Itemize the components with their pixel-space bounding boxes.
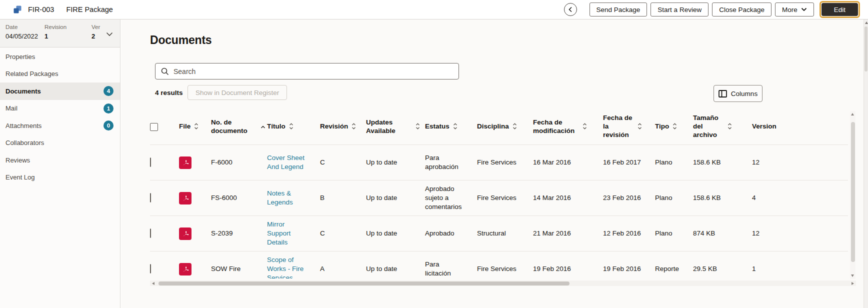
ver-value: 2 [92, 32, 95, 40]
column-header-estatus[interactable]: Estatus [425, 122, 477, 132]
cell-fecha-revision: 19 Feb 2016 [603, 264, 655, 274]
select-all-checkbox[interactable] [150, 123, 158, 131]
cell-fecha-revision: 16 Feb 2017 [603, 158, 655, 167]
column-header-no-de-documento[interactable]: No. de documento [211, 118, 267, 136]
column-header-disciplina[interactable]: Disciplina [477, 122, 533, 132]
table-row: F-6000 Cover Sheet And Legend C Up to da… [150, 145, 848, 180]
cell-no-documento: F-6000 [211, 158, 267, 167]
close-package-button[interactable]: Close Package [712, 2, 772, 16]
pdf-file-icon[interactable] [179, 263, 192, 276]
ver-label: Ver [92, 24, 100, 30]
page-vertical-scrollbar-thumb[interactable] [864, 26, 868, 72]
sort-both-icon [352, 122, 356, 132]
edit-button[interactable]: Edit [822, 3, 858, 16]
columns-icon [718, 90, 727, 98]
cell-no-documento: S-2039 [211, 229, 267, 238]
package-icon [13, 5, 22, 14]
edit-button-focus-ring: Edit [820, 1, 860, 18]
cell-fecha-revision: 12 Feb 2016 [603, 229, 655, 238]
sidebar-item-properties[interactable]: Properties [0, 48, 120, 66]
pdf-file-icon[interactable] [179, 228, 192, 240]
table-row: S-2039 Mirror Support Details C Up to da… [150, 216, 848, 252]
sidebar-item-mail[interactable]: Mail 1 [0, 100, 120, 118]
cell-disciplina: Structural [477, 229, 533, 238]
cell-tamano: 29.5 KB [693, 264, 752, 274]
sidebar-item-documents[interactable]: Documents 4 [0, 82, 120, 100]
revision-value: 1 [44, 32, 48, 40]
cell-estatus: Para licitación [425, 260, 467, 278]
search-input[interactable] [174, 68, 453, 76]
sidebar-item-label: Properties [6, 53, 35, 60]
column-header-fecha-de-modificacion[interactable]: Fecha de modificación [533, 118, 603, 136]
pdf-file-icon[interactable] [179, 156, 192, 169]
table-vertical-scrollbar[interactable] [850, 111, 856, 279]
row-checkbox[interactable] [150, 158, 151, 167]
cell-tipo: Plano [655, 229, 693, 238]
sidebar-item-collaborators[interactable]: Collaborators [0, 134, 120, 152]
cell-revision: A [320, 264, 366, 274]
send-package-button[interactable]: Send Package [590, 2, 648, 16]
column-header-file[interactable]: File [179, 122, 211, 132]
sidebar-item-label: Mail [6, 104, 18, 112]
sidebar-item-reviews[interactable]: Reviews [0, 152, 120, 169]
sort-both-icon [289, 122, 294, 132]
show-in-document-register-button[interactable]: Show in Document Register [188, 85, 287, 100]
cell-fecha-revision: 23 Feb 2016 [603, 194, 655, 202]
cell-fecha-modificacion: 16 Mar 2016 [533, 158, 603, 167]
sidebar-item-attachments[interactable]: Attachments 0 [0, 117, 120, 134]
document-title-link[interactable]: Cover Sheet And Legend [267, 154, 309, 172]
page-scroll-up-arrow-icon[interactable] [865, 22, 868, 24]
cell-updates: Up to date [366, 264, 425, 274]
cell-disciplina: Fire Services [477, 194, 533, 202]
sidebar-item-related-packages[interactable]: Related Packages [0, 66, 120, 83]
cell-tipo: Plano [655, 158, 693, 167]
row-checkbox[interactable] [150, 193, 151, 202]
column-header-revision[interactable]: Revisión [320, 122, 366, 132]
scroll-up-arrow-icon[interactable] [851, 113, 854, 116]
document-title-link[interactable]: Notes & Legends [267, 189, 309, 207]
main-content: Documents 4 results Show in Document Reg… [121, 20, 868, 308]
sort-both-icon [194, 122, 198, 132]
cell-tipo: Reporte [655, 264, 693, 274]
document-title-link[interactable]: Scope of Works - Fire Services [267, 256, 309, 278]
more-button-label: More [782, 6, 798, 14]
sort-both-icon [416, 122, 420, 132]
back-button[interactable] [564, 3, 577, 16]
sidebar-item-event-log[interactable]: Event Log [0, 169, 120, 186]
horizontal-scrollbar[interactable] [150, 280, 856, 286]
row-checkbox[interactable] [150, 228, 151, 238]
cell-tamano: 874 KB [693, 229, 752, 238]
horizontal-scrollbar-thumb[interactable] [158, 282, 570, 286]
column-header-updates-available[interactable]: Updates Available [366, 118, 425, 136]
sidebar-item-label: Documents [6, 88, 41, 95]
start-review-button[interactable]: Start a Review [650, 2, 708, 16]
column-header-tipo[interactable]: Tipo [655, 122, 693, 132]
sidebar-menu: Properties Related Packages Documents 4 … [0, 48, 120, 186]
column-header-titulo[interactable]: Título [267, 122, 320, 132]
page-vertical-scrollbar[interactable] [864, 20, 868, 308]
cell-disciplina: Fire Services [477, 158, 533, 167]
sort-both-icon [512, 122, 517, 132]
meta-chevron-down-icon[interactable] [106, 30, 113, 38]
document-title-link[interactable]: Mirror Support Details [267, 220, 309, 248]
scroll-right-arrow-icon[interactable] [852, 282, 854, 285]
more-button[interactable]: More [775, 2, 814, 16]
cell-version: 4 [752, 194, 848, 202]
chevron-down-icon [801, 8, 807, 12]
table-vertical-scrollbar-thumb[interactable] [851, 122, 855, 262]
column-header-fecha-de-la-revision[interactable]: Fecha de la revisión [603, 114, 655, 140]
search-icon [161, 68, 169, 76]
table-header-row: File No. de documento Título Revisión Up… [150, 109, 848, 145]
column-header-version[interactable]: Version [752, 122, 848, 131]
row-checkbox[interactable] [150, 264, 151, 274]
scroll-left-arrow-icon[interactable] [152, 282, 154, 285]
scroll-down-arrow-icon[interactable] [851, 274, 854, 277]
cell-revision: B [320, 194, 366, 202]
columns-button[interactable]: Columns [714, 85, 762, 102]
column-header-tamano-del-archivo[interactable]: Tamaño del archivo [693, 114, 752, 140]
sort-ascending-icon [260, 123, 266, 130]
cell-fecha-modificacion: 19 Feb 2016 [533, 264, 603, 274]
pdf-file-icon[interactable] [179, 192, 192, 204]
documents-table: File No. de documento Título Revisión Up… [150, 109, 848, 278]
cell-disciplina: Fire Services [477, 264, 533, 274]
